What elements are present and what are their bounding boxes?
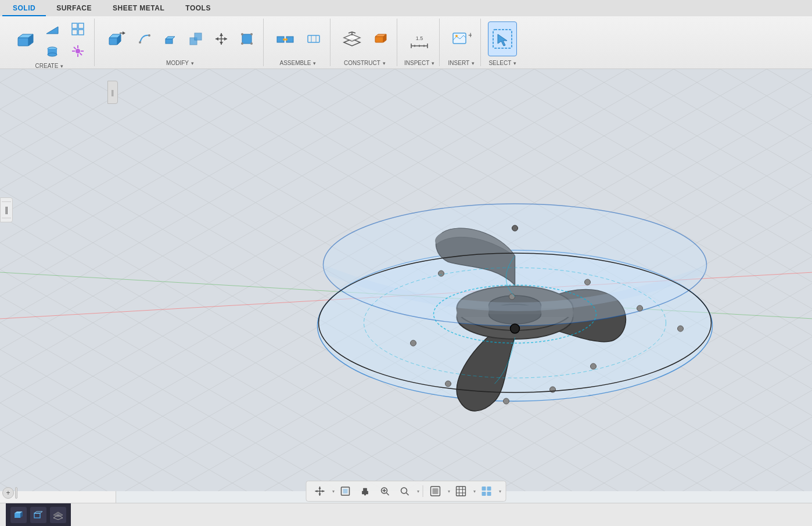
create-dropdown-arrow: ▾ bbox=[60, 63, 63, 69]
construct-group: CONSTRUCT ▾ bbox=[333, 19, 397, 66]
create-label[interactable]: CREATE ▾ bbox=[35, 63, 64, 69]
svg-line-102 bbox=[387, 493, 389, 495]
svg-point-85 bbox=[678, 326, 684, 332]
modify-label[interactable]: MODIFY ▾ bbox=[166, 60, 194, 66]
display-dropdown[interactable]: ▾ bbox=[448, 489, 450, 494]
grid-dropdown[interactable]: ▾ bbox=[473, 489, 476, 494]
panel-sep-bar bbox=[15, 487, 17, 499]
svg-point-84 bbox=[637, 305, 643, 311]
insert-icons: + bbox=[447, 19, 476, 59]
construct-plane-button[interactable] bbox=[337, 21, 367, 56]
tab-tools[interactable]: TOOLS bbox=[175, 1, 221, 16]
nav-move-button[interactable] bbox=[311, 484, 329, 499]
svg-marker-30 bbox=[220, 42, 223, 45]
tool-sep1 bbox=[2, 201, 11, 202]
svg-text:+: + bbox=[468, 30, 472, 39]
tool-sep2 bbox=[2, 218, 11, 218]
tab-surface[interactable]: SURFACE bbox=[46, 1, 102, 16]
model-solid-icon[interactable] bbox=[10, 507, 27, 523]
create-cylinder-button[interactable] bbox=[41, 41, 64, 62]
modify-icons bbox=[102, 19, 258, 59]
bottom-toolbar: ▾ ▾ ▾ bbox=[306, 481, 506, 502]
insert-group: + INSERT ▾ bbox=[442, 19, 481, 66]
create-icons bbox=[9, 19, 89, 62]
assemble-panel-button[interactable] bbox=[302, 28, 325, 49]
construct-dropdown-arrow: ▾ bbox=[383, 60, 386, 66]
view-dropdown[interactable]: ▾ bbox=[499, 489, 501, 494]
tab-bar: SOLID SURFACE SHEET METAL TOOLS bbox=[0, 0, 812, 16]
create-sparkle-button[interactable] bbox=[66, 41, 89, 62]
ribbon: CREATE ▾ bbox=[0, 16, 812, 69]
svg-marker-29 bbox=[220, 33, 223, 36]
svg-point-62 bbox=[455, 35, 458, 37]
svg-point-11 bbox=[76, 49, 80, 53]
svg-point-24 bbox=[148, 34, 150, 37]
tab-solid[interactable]: SOLID bbox=[2, 1, 46, 16]
3d-object-container bbox=[297, 111, 733, 450]
inspect-group: 1.5 INSPECT ▾ bbox=[400, 19, 440, 66]
svg-rect-9 bbox=[72, 30, 77, 35]
svg-rect-100 bbox=[343, 489, 348, 493]
modify-group: MODIFY ▾ bbox=[97, 19, 264, 66]
display-mode-button[interactable] bbox=[427, 484, 444, 499]
zoom-region-button[interactable] bbox=[396, 484, 414, 499]
svg-point-82 bbox=[509, 294, 515, 300]
modify-push-button[interactable] bbox=[102, 21, 131, 56]
assemble-joint-button[interactable] bbox=[271, 21, 300, 56]
grid-mode-button[interactable] bbox=[452, 484, 470, 499]
modify-move-button[interactable] bbox=[210, 28, 233, 49]
svg-marker-97 bbox=[315, 490, 318, 492]
svg-rect-114 bbox=[482, 487, 486, 491]
modify-extrude-button[interactable] bbox=[159, 28, 182, 49]
svg-point-37 bbox=[250, 42, 253, 45]
select-button[interactable] bbox=[488, 21, 517, 56]
frame-button[interactable] bbox=[337, 484, 354, 499]
modify-dropdown-arrow: ▾ bbox=[191, 60, 194, 66]
svg-marker-3 bbox=[46, 27, 58, 34]
insert-image-button[interactable]: + bbox=[447, 21, 476, 56]
svg-rect-0 bbox=[18, 38, 28, 46]
assemble-label[interactable]: ASSEMBLE ▾ bbox=[280, 60, 317, 66]
construct-orange-button[interactable] bbox=[369, 28, 392, 49]
modify-combine-button[interactable] bbox=[184, 28, 207, 49]
svg-point-90 bbox=[411, 340, 416, 346]
create-grid-button[interactable] bbox=[66, 19, 89, 39]
svg-rect-33 bbox=[242, 34, 251, 44]
3d-object-svg bbox=[297, 111, 733, 448]
inspect-measure-button[interactable]: 1.5 bbox=[405, 21, 434, 56]
insert-dropdown-arrow: ▾ bbox=[472, 60, 475, 66]
panel-collapse-button[interactable]: ‖ bbox=[107, 81, 118, 104]
collapse-left-button[interactable]: ‖ bbox=[5, 206, 9, 214]
model-plane-icon[interactable] bbox=[50, 507, 66, 523]
separator-1 bbox=[423, 485, 423, 497]
create-box-button[interactable] bbox=[9, 23, 38, 57]
create-wedge-button[interactable] bbox=[41, 19, 64, 39]
svg-marker-26 bbox=[166, 37, 175, 39]
construct-label[interactable]: CONSTRUCT ▾ bbox=[344, 60, 386, 66]
svg-rect-10 bbox=[78, 30, 84, 35]
top-tabs: SOLID SURFACE SHEET METAL TOOLS bbox=[2, 1, 221, 16]
svg-rect-121 bbox=[34, 513, 40, 518]
viewport bbox=[0, 69, 812, 491]
select-label[interactable]: SELECT ▾ bbox=[488, 60, 516, 66]
expand-bottom-button[interactable]: + bbox=[2, 487, 14, 499]
modify-shape-button[interactable] bbox=[133, 28, 156, 49]
modify-freeform-button[interactable] bbox=[235, 28, 258, 49]
svg-rect-43 bbox=[308, 35, 319, 42]
inspect-label[interactable]: INSPECT ▾ bbox=[404, 60, 434, 66]
pan-button[interactable] bbox=[357, 484, 374, 499]
create-group: CREATE ▾ bbox=[5, 19, 95, 66]
model-bar bbox=[6, 503, 71, 527]
zoom-button[interactable] bbox=[376, 484, 394, 499]
svg-point-89 bbox=[445, 381, 451, 387]
construct-icons bbox=[337, 19, 392, 59]
insert-label[interactable]: INSERT ▾ bbox=[448, 60, 475, 66]
tab-sheet-metal[interactable]: SHEET METAL bbox=[102, 1, 175, 16]
model-shell-icon[interactable] bbox=[30, 507, 46, 523]
svg-marker-32 bbox=[224, 37, 227, 41]
move-dropdown[interactable]: ▾ bbox=[332, 489, 335, 494]
zoom-region-dropdown[interactable]: ▾ bbox=[417, 489, 419, 494]
view-grid-button[interactable] bbox=[478, 484, 495, 499]
svg-marker-22 bbox=[123, 31, 125, 35]
svg-point-42 bbox=[285, 38, 288, 41]
